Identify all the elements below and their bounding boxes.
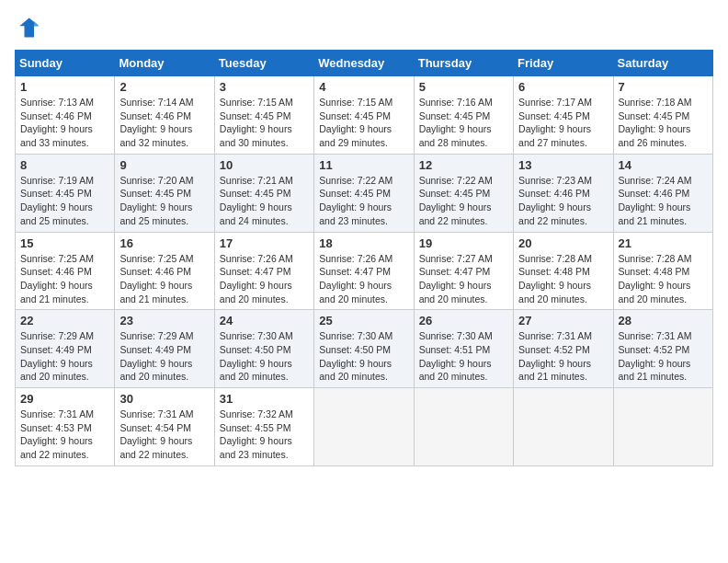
calendar-cell: 29 Sunrise: 7:31 AM Sunset: 4:53 PM Dayl… <box>16 388 115 466</box>
daylight-label: Daylight: 9 hours and 20 minutes. <box>220 358 292 383</box>
day-number: 3 <box>220 80 309 94</box>
calendar: SundayMondayTuesdayWednesdayThursdayFrid… <box>15 50 713 466</box>
day-number: 19 <box>419 236 508 250</box>
calendar-cell: 25 Sunrise: 7:30 AM Sunset: 4:50 PM Dayl… <box>314 310 414 388</box>
sunrise-label: Sunrise: 7:21 AM <box>220 175 293 186</box>
daylight-label: Daylight: 9 hours and 26 minutes. <box>619 123 691 148</box>
weekday-header: Monday <box>115 51 214 76</box>
sunset-label: Sunset: 4:55 PM <box>220 422 291 433</box>
day-info: Sunrise: 7:26 AM Sunset: 4:47 PM Dayligh… <box>319 252 408 306</box>
daylight-label: Daylight: 9 hours and 21 minutes. <box>619 358 691 383</box>
sunset-label: Sunset: 4:45 PM <box>518 110 590 121</box>
daylight-label: Daylight: 9 hours and 20 minutes. <box>119 358 192 383</box>
daylight-label: Daylight: 9 hours and 30 minutes. <box>220 123 292 148</box>
day-info: Sunrise: 7:31 AM Sunset: 4:54 PM Dayligh… <box>119 408 209 462</box>
day-info: Sunrise: 7:27 AM Sunset: 4:47 PM Dayligh… <box>419 252 508 306</box>
day-info: Sunrise: 7:22 AM Sunset: 4:45 PM Dayligh… <box>419 174 508 228</box>
daylight-label: Daylight: 9 hours and 22 minutes. <box>518 201 591 226</box>
day-number: 21 <box>619 236 708 250</box>
sunrise-label: Sunrise: 7:31 AM <box>119 408 193 419</box>
sunrise-label: Sunrise: 7:30 AM <box>319 330 392 341</box>
day-info: Sunrise: 7:25 AM Sunset: 4:46 PM Dayligh… <box>119 252 209 306</box>
sunrise-label: Sunrise: 7:24 AM <box>619 175 692 186</box>
daylight-label: Daylight: 9 hours and 20 minutes. <box>319 358 392 383</box>
day-number: 4 <box>319 80 408 94</box>
sunrise-label: Sunrise: 7:23 AM <box>518 175 592 186</box>
day-number: 9 <box>119 158 209 172</box>
sunrise-label: Sunrise: 7:29 AM <box>119 330 193 341</box>
day-number: 18 <box>319 236 408 250</box>
calendar-cell: 15 Sunrise: 7:25 AM Sunset: 4:46 PM Dayl… <box>16 232 115 310</box>
daylight-label: Daylight: 9 hours and 23 minutes. <box>319 201 392 226</box>
day-number: 6 <box>518 80 608 94</box>
page-header <box>15 15 713 40</box>
day-number: 29 <box>20 392 109 406</box>
day-info: Sunrise: 7:31 AM Sunset: 4:53 PM Dayligh… <box>20 408 109 462</box>
calendar-cell: 26 Sunrise: 7:30 AM Sunset: 4:51 PM Dayl… <box>414 310 513 388</box>
day-info: Sunrise: 7:26 AM Sunset: 4:47 PM Dayligh… <box>220 252 309 306</box>
daylight-label: Daylight: 9 hours and 21 minutes. <box>119 280 192 304</box>
sunrise-label: Sunrise: 7:29 AM <box>20 330 94 341</box>
sunset-label: Sunset: 4:45 PM <box>220 110 291 121</box>
daylight-label: Daylight: 9 hours and 25 minutes. <box>119 201 192 226</box>
daylight-label: Daylight: 9 hours and 29 minutes. <box>319 123 392 148</box>
sunset-label: Sunset: 4:45 PM <box>20 188 92 199</box>
calendar-cell: 11 Sunrise: 7:22 AM Sunset: 4:45 PM Dayl… <box>314 154 414 232</box>
calendar-cell <box>414 388 513 466</box>
day-number: 23 <box>119 314 209 327</box>
day-info: Sunrise: 7:31 AM Sunset: 4:52 PM Dayligh… <box>619 329 708 384</box>
sunset-label: Sunset: 4:47 PM <box>419 266 491 277</box>
day-info: Sunrise: 7:14 AM Sunset: 4:46 PM Dayligh… <box>119 96 209 150</box>
day-number: 12 <box>419 158 508 172</box>
weekday-header: Thursday <box>414 51 513 76</box>
sunset-label: Sunset: 4:46 PM <box>518 188 590 199</box>
calendar-cell <box>514 388 613 466</box>
calendar-cell <box>314 388 414 466</box>
day-number: 30 <box>119 392 209 406</box>
daylight-label: Daylight: 9 hours and 32 minutes. <box>119 123 192 148</box>
sunset-label: Sunset: 4:46 PM <box>20 110 92 121</box>
calendar-cell: 10 Sunrise: 7:21 AM Sunset: 4:45 PM Dayl… <box>214 154 313 232</box>
day-info: Sunrise: 7:15 AM Sunset: 4:45 PM Dayligh… <box>220 96 309 150</box>
day-number: 16 <box>119 236 209 250</box>
sunrise-label: Sunrise: 7:15 AM <box>220 97 293 108</box>
daylight-label: Daylight: 9 hours and 28 minutes. <box>419 123 492 148</box>
sunset-label: Sunset: 4:48 PM <box>619 266 690 277</box>
sunset-label: Sunset: 4:45 PM <box>419 188 491 199</box>
daylight-label: Daylight: 9 hours and 33 minutes. <box>20 123 93 148</box>
sunset-label: Sunset: 4:45 PM <box>220 188 291 199</box>
day-info: Sunrise: 7:16 AM Sunset: 4:45 PM Dayligh… <box>419 96 508 150</box>
daylight-label: Daylight: 9 hours and 20 minutes. <box>220 280 292 304</box>
sunrise-label: Sunrise: 7:28 AM <box>619 253 692 264</box>
day-number: 13 <box>518 158 608 172</box>
day-number: 5 <box>419 80 508 94</box>
sunrise-label: Sunrise: 7:30 AM <box>419 330 493 341</box>
day-number: 11 <box>319 158 408 172</box>
logo <box>15 15 44 40</box>
sunrise-label: Sunrise: 7:15 AM <box>319 97 392 108</box>
calendar-cell: 9 Sunrise: 7:20 AM Sunset: 4:45 PM Dayli… <box>115 154 214 232</box>
calendar-cell: 31 Sunrise: 7:32 AM Sunset: 4:55 PM Dayl… <box>214 388 313 466</box>
calendar-cell: 16 Sunrise: 7:25 AM Sunset: 4:46 PM Dayl… <box>115 232 214 310</box>
sunset-label: Sunset: 4:52 PM <box>518 344 590 355</box>
sunrise-label: Sunrise: 7:31 AM <box>20 408 94 419</box>
calendar-cell: 12 Sunrise: 7:22 AM Sunset: 4:45 PM Dayl… <box>414 154 513 232</box>
day-number: 7 <box>619 80 708 94</box>
sunset-label: Sunset: 4:45 PM <box>619 110 690 121</box>
calendar-cell: 27 Sunrise: 7:31 AM Sunset: 4:52 PM Dayl… <box>514 310 613 388</box>
calendar-cell: 1 Sunrise: 7:13 AM Sunset: 4:46 PM Dayli… <box>16 76 115 155</box>
day-info: Sunrise: 7:25 AM Sunset: 4:46 PM Dayligh… <box>20 252 109 306</box>
calendar-cell: 3 Sunrise: 7:15 AM Sunset: 4:45 PM Dayli… <box>214 76 313 155</box>
daylight-label: Daylight: 9 hours and 20 minutes. <box>419 280 492 304</box>
sunset-label: Sunset: 4:50 PM <box>220 344 291 355</box>
daylight-label: Daylight: 9 hours and 22 minutes. <box>419 201 492 226</box>
sunset-label: Sunset: 4:47 PM <box>319 266 391 277</box>
day-info: Sunrise: 7:30 AM Sunset: 4:50 PM Dayligh… <box>220 329 309 384</box>
weekday-header: Wednesday <box>314 51 414 76</box>
day-info: Sunrise: 7:24 AM Sunset: 4:46 PM Dayligh… <box>619 174 708 228</box>
calendar-cell: 20 Sunrise: 7:28 AM Sunset: 4:48 PM Dayl… <box>514 232 613 310</box>
day-number: 26 <box>419 314 508 327</box>
day-number: 27 <box>518 314 608 327</box>
sunset-label: Sunset: 4:54 PM <box>119 422 191 433</box>
calendar-cell: 4 Sunrise: 7:15 AM Sunset: 4:45 PM Dayli… <box>314 76 414 155</box>
